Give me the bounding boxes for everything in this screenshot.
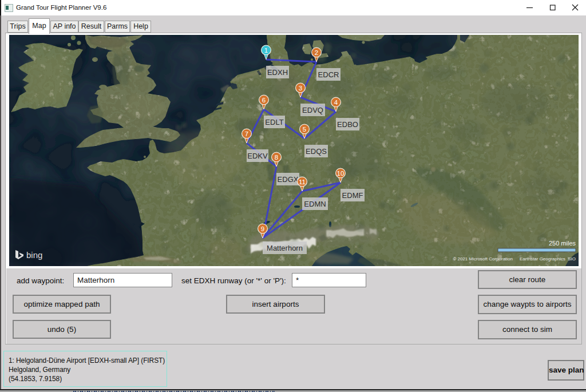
svg-text:5: 5	[303, 126, 306, 133]
svg-text:EDGX: EDGX	[278, 175, 299, 184]
svg-text:2: 2	[315, 49, 318, 56]
svg-text:7: 7	[245, 130, 248, 137]
svg-text:9: 9	[261, 225, 264, 232]
svg-text:EDKV: EDKV	[247, 152, 268, 160]
svg-text:EDCR: EDCR	[318, 70, 339, 79]
svg-text:bing: bing	[26, 250, 42, 260]
svg-text:EDVQ: EDVQ	[302, 106, 323, 114]
svg-text:EDMN: EDMN	[304, 200, 326, 208]
svg-text:© 2021 Microsoft Corporation: © 2021 Microsoft Corporation	[453, 256, 513, 262]
svg-text:EDLT: EDLT	[265, 118, 283, 126]
svg-text:250 miles: 250 miles	[549, 240, 576, 247]
svg-text:EDQS: EDQS	[306, 147, 327, 156]
svg-text:4: 4	[334, 99, 338, 106]
svg-text:8: 8	[275, 154, 278, 161]
svg-text:EDMF: EDMF	[342, 191, 363, 200]
svg-text:10: 10	[337, 170, 345, 177]
svg-text:Matterhorn: Matterhorn	[267, 244, 303, 252]
svg-text:1: 1	[264, 47, 268, 54]
svg-text:EDXH: EDXH	[267, 68, 288, 77]
svg-text:6: 6	[262, 97, 266, 104]
svg-text:SIO: SIO	[568, 256, 576, 262]
svg-text:EDBO: EDBO	[337, 120, 358, 129]
svg-text:Earthstar Geographics: Earthstar Geographics	[520, 256, 565, 262]
svg-text:3: 3	[299, 85, 302, 92]
svg-text:11: 11	[299, 179, 306, 185]
